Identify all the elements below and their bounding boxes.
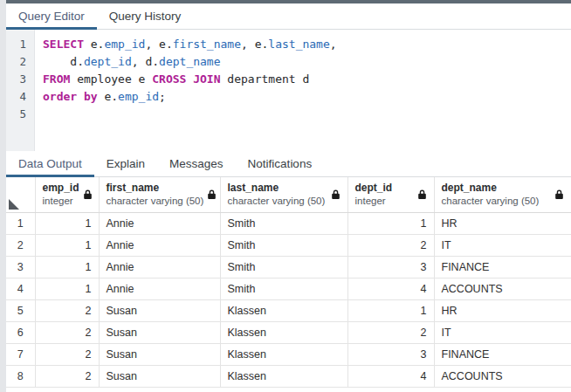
- sql-text: , e.: [241, 38, 268, 51]
- table-row: 4 1 Annie Smith 4 ACCOUNTS: [6, 278, 571, 299]
- sql-text: , e.: [145, 38, 172, 51]
- sql-text: e.: [98, 90, 118, 103]
- row-number[interactable]: 8: [6, 365, 35, 387]
- row-number[interactable]: 5: [6, 299, 35, 321]
- cell-last-name[interactable]: Klassen: [220, 299, 347, 321]
- cell-dept-id[interactable]: 3: [347, 343, 434, 365]
- tab-query-history[interactable]: Query History: [97, 3, 194, 29]
- cell-emp-id[interactable]: 1: [35, 278, 99, 299]
- column-name: dept_name: [442, 182, 540, 195]
- table-row: 3 1 Annie Smith 3 FINANCE: [6, 256, 571, 278]
- lock-icon: [83, 189, 93, 200]
- cell-dept-name[interactable]: HR: [434, 212, 571, 234]
- select-all-corner[interactable]: [6, 177, 35, 212]
- code-area[interactable]: SELECT e.emp_id, e.first_name, e.last_na…: [35, 30, 571, 151]
- tab-data-output[interactable]: Data Output: [6, 151, 94, 176]
- sql-identifier: dept_name: [159, 55, 220, 68]
- cell-dept-name[interactable]: ACCOUNTS: [434, 278, 571, 299]
- sql-keyword: SELECT: [43, 38, 84, 51]
- cell-first-name[interactable]: Annie: [99, 256, 220, 278]
- cell-first-name[interactable]: Annie: [99, 278, 220, 299]
- cell-emp-id[interactable]: 2: [35, 365, 99, 387]
- tab-query-history-label: Query History: [109, 10, 182, 23]
- cell-dept-id[interactable]: 1: [347, 212, 434, 234]
- tab-messages-label: Messages: [169, 157, 224, 170]
- table-row: 5 2 Susan Klassen 1 HR: [6, 299, 571, 321]
- tab-notifications[interactable]: Notifications: [236, 151, 325, 176]
- tab-explain[interactable]: Explain: [94, 151, 157, 176]
- sql-identifier: first_name: [173, 38, 241, 51]
- column-header-last-name[interactable]: last_namecharacter varying (50): [220, 177, 347, 212]
- sql-text: ,: [330, 38, 337, 51]
- cell-first-name[interactable]: Susan: [99, 365, 220, 387]
- cell-emp-id[interactable]: 2: [35, 321, 99, 343]
- sql-identifier: dept_id: [84, 55, 132, 68]
- column-type: character varying (50): [442, 195, 540, 207]
- cell-dept-id[interactable]: 4: [347, 278, 434, 299]
- tab-explain-label: Explain: [107, 157, 145, 170]
- cell-last-name[interactable]: Smith: [220, 212, 347, 234]
- cell-dept-name[interactable]: ACCOUNTS: [434, 365, 571, 387]
- cell-dept-id[interactable]: 2: [347, 234, 434, 256]
- sql-editor[interactable]: 1 2 3 4 5 SELECT e.emp_id, e.first_name,…: [6, 30, 571, 151]
- editor-tabbar: Query Editor Query History: [6, 3, 571, 30]
- cell-dept-id[interactable]: 4: [347, 365, 434, 387]
- lock-icon: [554, 189, 564, 200]
- cell-last-name[interactable]: Klassen: [220, 365, 347, 387]
- cell-dept-id[interactable]: 2: [347, 321, 434, 343]
- cell-last-name[interactable]: Smith: [220, 256, 347, 278]
- cell-dept-name[interactable]: HR: [434, 299, 571, 321]
- cell-first-name[interactable]: Annie: [99, 234, 220, 256]
- sql-text: d.: [43, 55, 84, 68]
- cell-dept-name[interactable]: FINANCE: [434, 343, 571, 365]
- row-number[interactable]: 1: [6, 212, 35, 234]
- code-line-4: order by e.emp_id;: [43, 88, 571, 106]
- row-number[interactable]: 7: [6, 343, 35, 365]
- lock-icon: [207, 189, 217, 200]
- cell-last-name[interactable]: Smith: [220, 234, 347, 256]
- code-line-2: d.dept_id, d.dept_name: [43, 53, 571, 71]
- line-number: 3: [6, 71, 34, 88]
- column-header-dept-id[interactable]: dept_idinteger: [347, 177, 434, 212]
- table-row: 6 2 Susan Klassen 2 IT: [6, 321, 571, 343]
- sql-text: employee e: [70, 72, 152, 86]
- cell-dept-id[interactable]: 3: [347, 256, 434, 278]
- line-number: 4: [6, 88, 34, 106]
- tab-query-editor-label: Query Editor: [18, 10, 85, 23]
- cell-last-name[interactable]: Klassen: [220, 321, 347, 343]
- cell-emp-id[interactable]: 1: [35, 256, 99, 278]
- sql-text: , d.: [132, 55, 159, 68]
- cell-dept-name[interactable]: FINANCE: [434, 256, 571, 278]
- tab-query-editor[interactable]: Query Editor: [6, 3, 97, 29]
- row-number[interactable]: 3: [6, 256, 35, 278]
- cell-emp-id[interactable]: 2: [35, 299, 99, 321]
- table-row: 2 1 Annie Smith 2 IT: [6, 234, 571, 256]
- table-row: 7 2 Susan Klassen 3 FINANCE: [6, 343, 571, 365]
- column-header-first-name[interactable]: first_namecharacter varying (50): [99, 177, 220, 212]
- cell-last-name[interactable]: Klassen: [220, 343, 347, 365]
- cell-emp-id[interactable]: 1: [35, 212, 99, 234]
- column-header-emp-id[interactable]: emp_idinteger: [35, 177, 99, 212]
- line-number: 1: [6, 36, 34, 53]
- cell-first-name[interactable]: Annie: [99, 212, 220, 234]
- line-number: 5: [6, 106, 34, 123]
- tab-messages[interactable]: Messages: [157, 151, 236, 176]
- cell-first-name[interactable]: Susan: [99, 321, 220, 343]
- cell-first-name[interactable]: Susan: [99, 343, 220, 365]
- cell-dept-id[interactable]: 1: [347, 299, 434, 321]
- column-header-dept-name[interactable]: dept_namecharacter varying (50): [434, 177, 571, 212]
- cell-emp-id[interactable]: 1: [35, 234, 99, 256]
- select-all-triangle-icon: [9, 199, 19, 210]
- cell-dept-name[interactable]: IT: [434, 321, 571, 343]
- pgadmin-query-tool-window: Query Editor Query History 1 2 3 4 5 SEL…: [0, 0, 571, 392]
- row-number[interactable]: 4: [6, 278, 35, 299]
- row-number[interactable]: 2: [6, 234, 35, 256]
- column-name: dept_id: [355, 182, 393, 195]
- sql-keyword: order by: [43, 90, 98, 103]
- cell-dept-name[interactable]: IT: [434, 234, 571, 256]
- row-number[interactable]: 6: [6, 321, 35, 343]
- cell-first-name[interactable]: Susan: [99, 299, 220, 321]
- column-name: first_name: [107, 182, 204, 195]
- cell-last-name[interactable]: Smith: [220, 278, 347, 299]
- cell-emp-id[interactable]: 2: [35, 343, 99, 365]
